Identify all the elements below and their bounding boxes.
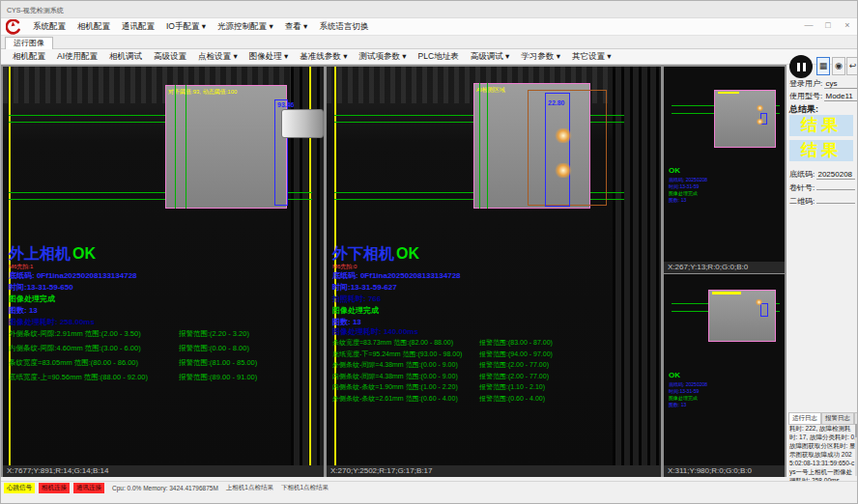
paper-code-value[interactable]: 20250208	[816, 170, 855, 180]
frame-count-line: 图数: 13	[9, 305, 38, 316]
measurement-row: 内侧条纹-间隙=4.38mm 范围:(0.00 - 9.00)报警范围:(2.0…	[332, 371, 657, 382]
measurement-row: 条纹宽度=83.73mm 范围:(82.00 - 88.00)报警范围:(83.…	[332, 337, 657, 349]
measurement-rows: 条纹宽度=83.73mm 范围:(82.00 - 88.00)报警范围:(83.…	[332, 337, 657, 404]
menu-item[interactable]: 系统语言切换	[313, 19, 374, 35]
switch-view-button[interactable]: ↩	[846, 57, 858, 75]
camera-name: 外上相机	[9, 245, 71, 262]
measurement-text: 内侧条纹-条纹=1.90mm 范围:(1.00 - 2.20)	[332, 381, 479, 393]
highlight-spot	[756, 299, 762, 305]
toolbar-button[interactable]: 高级设置	[148, 49, 192, 65]
window-title: CYS-视觉检测系统	[7, 6, 64, 15]
paper-code-label: 底纸码:	[789, 170, 815, 179]
ok-status: OK	[669, 371, 680, 379]
measurement-row: 条纹宽度=83.05mm 范围:(80.00 - 86.00)报警范围:(81.…	[9, 355, 320, 370]
mini-status-line: 时间:13-31-59	[669, 183, 707, 190]
toolbar-button[interactable]: 点检设置 ▾	[192, 49, 243, 65]
alarm-range-text: 报警范围:(94.00 - 97.00)	[479, 349, 657, 360]
alarm-range-text: 报警范围:(0.60 - 4.00)	[479, 393, 657, 405]
alarm-range-text: 报警范围:(2.00 - 77.00)	[479, 359, 657, 371]
product-region: 对齐阈值:93, 动态阈值:100	[165, 85, 287, 209]
elapsed-line: 图像处理耗时: 140.00ms	[332, 326, 418, 337]
time-line: 时间:13-31-59-627	[332, 282, 397, 293]
mini-status-lines: 底纸码: 20250208时间:13-31-59图像处理完成图数: 13	[669, 381, 707, 408]
alarm-range-text: 报警范围:(1.10 - 2.10)	[479, 381, 657, 393]
menu-items: 系统配置相机配置通讯配置IO手配置 ▾光源控制配置 ▾查看 ▾系统语言切换	[27, 19, 374, 35]
pixel-coordinate-bar: X:270;Y:2502;R:17;G:17;B:17	[327, 465, 661, 477]
camera-view-outer-lower: AI检测区域 22.80 外下相机OK M6先拍:0 底纸码: 0Ff1ina2…	[327, 67, 661, 477]
minimize-button[interactable]: —	[803, 20, 815, 30]
status-bar: 心跳信号 相机连接 通讯连接 Cpu: 0.0% Memory: 3424.41…	[1, 481, 858, 493]
tab-run-image[interactable]: 运行图像	[5, 37, 53, 49]
camera-connect-badge: 相机连接	[39, 483, 70, 493]
toolbar-button[interactable]: AI使用配置	[51, 49, 103, 65]
shot-elapsed-line: 拍照耗时: 766	[332, 294, 381, 304]
display-toggle-button[interactable]: ▦	[816, 57, 830, 75]
measurement-rows: 外侧条纹-间隙:2.91mm 范围:(2.00 - 3.50)报警范围:(2.2…	[9, 326, 320, 384]
qr-row: 二维码:	[789, 196, 855, 207]
toolbar-button[interactable]: 相机调试	[103, 49, 148, 65]
record-button[interactable]: ◉	[832, 57, 845, 75]
upper-camera-check-link[interactable]: 上相机1点检结果	[226, 484, 273, 492]
alarm-range-text: 报警范围:(2.00 - 77.00)	[479, 371, 657, 382]
camera-thumb-image-lower[interactable]: OK 底纸码: 20250208时间:13-31-59图像处理完成图数: 13	[664, 274, 785, 465]
needle-label: 卷针号:	[789, 183, 815, 192]
ok-status: OK	[72, 245, 96, 262]
result-indicator-1: 结果	[789, 115, 853, 136]
ok-status: OK	[396, 245, 419, 262]
lower-camera-check-link[interactable]: 下相机1点检结果	[281, 484, 329, 492]
toolbar-button[interactable]: 高级调试 ▾	[465, 49, 516, 65]
camera-result-title: 外下相机OK	[332, 244, 419, 265]
measurement-text: 外侧条纹-间隙:2.91mm 范围:(2.00 - 3.50)	[9, 326, 179, 341]
ok-status: OK	[669, 166, 680, 175]
alarm-range-text: 报警范围:(81.00 - 85.00)	[179, 355, 320, 370]
toolbar-button[interactable]: 测试项参数 ▾	[353, 49, 412, 65]
paper-code-line: 底纸码: 0Ff1ina20250208133134728	[9, 270, 137, 281]
menu-item[interactable]: 查看 ▾	[279, 19, 314, 35]
result-indicator-2: 结果	[789, 140, 853, 161]
mini-status-lines: 底纸码: 20250208时间:13-31-59图像处理完成图数: 13	[669, 177, 707, 204]
camera-image-outer-upper[interactable]: 对齐阈值:93, 动态阈值:100 93.46 外上相机OK M6先拍:1 底纸…	[3, 67, 324, 465]
processing-done-line: 图像处理完成	[9, 294, 55, 304]
time-line: 时间:13-31-59-650	[9, 282, 73, 293]
pause-button[interactable]	[789, 55, 813, 78]
menu-item[interactable]: 系统配置	[27, 19, 72, 35]
mini-status-line: 底纸码: 20250208	[669, 381, 707, 388]
login-user-value[interactable]: cys	[824, 79, 858, 89]
qr-value[interactable]	[816, 203, 855, 204]
annotation-yellow	[718, 92, 739, 94]
mini-status-line: 底纸码: 20250208	[669, 177, 707, 183]
toolbar-button[interactable]: 学习参数 ▾	[515, 49, 566, 65]
measurement-row: 外侧条纹-间隙:2.91mm 范围:(2.00 - 3.50)报警范围:(2.2…	[9, 326, 320, 341]
measurement-row: 内侧条纹-条纹=1.90mm 范围:(1.00 - 2.20)报警范围:(1.1…	[332, 381, 657, 393]
needle-value[interactable]	[816, 189, 855, 190]
measurement-row: 底纸宽度-上=90.56mm 范围:(88.00 - 92.00)报警范围:(8…	[9, 370, 320, 384]
measure-rect-blue	[545, 93, 570, 207]
pixel-coordinate-bar: X:311;Y:980;R:0;G:0;B:0	[664, 465, 785, 477]
mini-status-line: 图像处理完成	[669, 395, 707, 402]
measurement-row: 底纸宽度-下=95.24mm 范围:(93.00 - 98.00)报警范围:(9…	[332, 349, 657, 360]
heartbeat-status-badge: 心跳信号	[4, 483, 35, 493]
mini-status-line: 图像处理完成	[669, 190, 707, 197]
maximize-button[interactable]: □	[822, 20, 834, 30]
menu-item[interactable]: IO手配置 ▾	[160, 19, 212, 35]
toolbar-button[interactable]: 基准线参数 ▾	[294, 49, 353, 65]
toolbar-button[interactable]: 相机配置	[7, 49, 51, 65]
paper-code-row: 底纸码: 20250208	[789, 169, 855, 180]
close-button[interactable]: ×	[842, 20, 853, 30]
camera-thumb-image-upper[interactable]: OK 底纸码: 20250208时间:13-31-59图像处理完成图数: 13	[664, 67, 785, 262]
toolbar-button[interactable]: 图像处理 ▾	[243, 49, 295, 65]
alarm-range-text: 报警范围:(2.20 - 3.20)	[179, 326, 320, 341]
menu-item[interactable]: 相机配置	[72, 19, 116, 35]
toolbar-button[interactable]: PLC地址表	[413, 49, 465, 65]
measurement-text: 条纹宽度=83.05mm 范围:(80.00 - 86.00)	[9, 355, 179, 370]
menu-item[interactable]: 光源控制配置 ▾	[212, 19, 279, 35]
mini-status-line: 图数: 13	[669, 402, 707, 408]
camera-image-outer-lower[interactable]: AI检测区域 22.80 外下相机OK M6先拍:0 底纸码: 0Ff1ina2…	[327, 67, 661, 465]
toolbar: 相机配置AI使用配置相机调试高级设置点检设置 ▾图像处理 ▾基准线参数 ▾测试项…	[1, 49, 858, 65]
menu-item[interactable]: 通讯配置	[116, 19, 160, 35]
comm-connect-badge: 通讯连接	[73, 483, 104, 493]
toolbar-button[interactable]: 其它设置 ▾	[566, 49, 617, 65]
login-user-row: 登录用户: cys	[789, 78, 858, 89]
paper-code-line: 底纸码: 0Ff1ina20250208133134728	[332, 270, 461, 281]
model-value[interactable]: Mode11	[824, 92, 858, 101]
